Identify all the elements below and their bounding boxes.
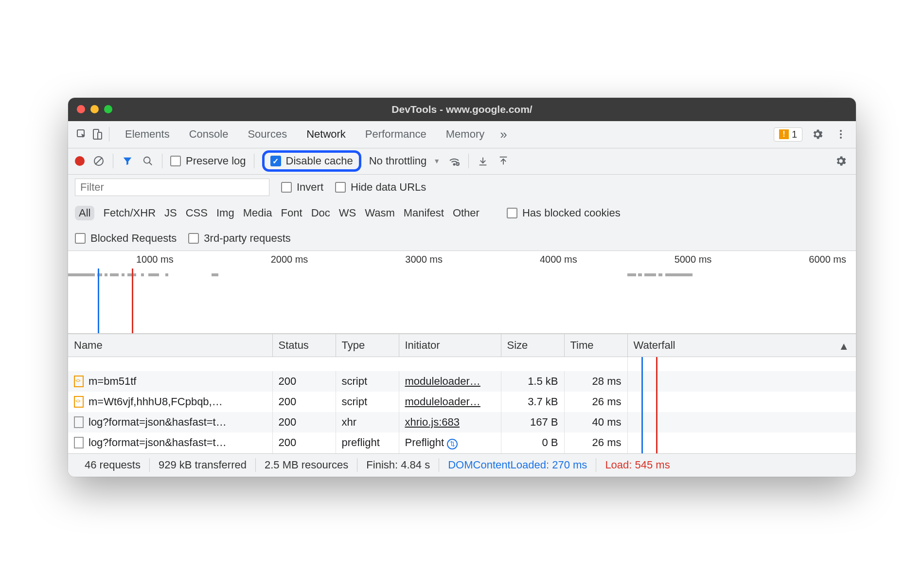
has-blocked-cookies-checkbox[interactable]: Has blocked cookies	[507, 207, 621, 219]
header-waterfall[interactable]: Waterfall▲	[627, 334, 856, 357]
dropdown-arrow-icon: ▼	[433, 157, 440, 165]
table-row[interactable]: log?format=json&hasfast=t…200preflightPr…	[68, 432, 856, 453]
file-icon	[74, 396, 84, 408]
status-finish: Finish: 4.84 s	[357, 459, 439, 471]
close-window-button[interactable]	[77, 105, 85, 113]
waterfall-cell	[627, 392, 856, 412]
header-time[interactable]: Time	[564, 334, 627, 357]
table-row[interactable]: m=bm51tf200scriptmoduleloader…1.5 kB28 m…	[68, 371, 856, 392]
table-row[interactable]: m=Wt6vjf,hhhU8,FCpbqb,…200scriptmodulelo…	[68, 392, 856, 412]
tab-network[interactable]: Network	[298, 121, 355, 148]
svg-point-10	[454, 164, 455, 165]
import-har-icon[interactable]	[477, 155, 489, 167]
disable-cache-label: Disable cache	[286, 155, 353, 167]
network-settings-icon[interactable]	[833, 153, 849, 169]
clear-icon[interactable]	[92, 155, 105, 167]
filter-type-doc[interactable]: Doc	[311, 207, 330, 219]
tab-sources[interactable]: Sources	[239, 121, 296, 148]
file-icon	[74, 416, 84, 428]
svg-rect-2	[98, 132, 102, 139]
disable-cache-highlight: ✓ Disable cache	[262, 150, 361, 172]
request-time: 26 ms	[564, 392, 627, 412]
header-name[interactable]: Name	[68, 334, 272, 357]
third-party-requests-checkbox[interactable]: 3rd-party requests	[188, 232, 291, 245]
header-size[interactable]: Size	[501, 334, 564, 357]
sort-arrow-icon: ▲	[838, 340, 849, 353]
export-har-icon[interactable]	[497, 155, 510, 167]
status-transferred: 929 kB transferred	[150, 459, 255, 471]
filter-type-media[interactable]: Media	[243, 207, 272, 219]
initiator-link[interactable]: moduleloader…	[405, 395, 480, 408]
request-initiator: Preflight⇅	[399, 432, 501, 453]
disable-cache-checkbox[interactable]: ✓ Disable cache	[270, 155, 353, 167]
invert-checkbox[interactable]: Invert	[281, 181, 323, 194]
minimize-window-button[interactable]	[90, 105, 99, 113]
device-toolbar-icon[interactable]	[90, 127, 104, 141]
request-type: preflight	[336, 432, 399, 453]
status-load: Load: 545 ms	[596, 459, 678, 471]
timeline-dcl-marker	[98, 269, 99, 333]
svg-point-5	[840, 137, 842, 139]
request-size: 0 B	[501, 432, 564, 453]
status-resources: 2.5 MB resources	[256, 459, 357, 471]
timeline-tick: 5000 ms	[675, 254, 712, 265]
request-size: 167 B	[501, 412, 564, 432]
svg-point-3	[840, 130, 842, 132]
warnings-badge[interactable]: ! 1	[774, 127, 802, 142]
timeline-load-marker	[132, 269, 133, 333]
hide-data-urls-checkbox[interactable]: Hide data URLs	[335, 181, 426, 194]
request-type: xhr	[336, 412, 399, 432]
filter-type-other[interactable]: Other	[453, 207, 480, 219]
request-type: script	[336, 392, 399, 412]
search-icon[interactable]	[142, 155, 154, 167]
devtools-window: DevTools - www.google.com/ Elements Cons…	[68, 98, 856, 477]
maximize-window-button[interactable]	[104, 105, 112, 113]
filter-type-manifest[interactable]: Manifest	[404, 207, 444, 219]
network-conditions-icon[interactable]	[448, 155, 461, 167]
throttling-select[interactable]: No throttling ▼	[369, 155, 440, 167]
request-name: log?format=json&hasfast=t…	[89, 416, 227, 429]
titlebar: DevTools - www.google.com/	[68, 98, 856, 121]
status-bar: 46 requests 929 kB transferred 2.5 MB re…	[68, 453, 856, 477]
window-controls	[77, 105, 112, 113]
timeline-overview[interactable]: 1000 ms 2000 ms 3000 ms 4000 ms 5000 ms …	[68, 251, 856, 334]
filter-type-css[interactable]: CSS	[186, 207, 208, 219]
header-type[interactable]: Type	[336, 334, 399, 357]
tab-memory[interactable]: Memory	[437, 121, 493, 148]
request-initiator: moduleloader…	[399, 392, 501, 412]
svg-point-8	[144, 157, 150, 163]
filter-type-img[interactable]: Img	[216, 207, 234, 219]
file-icon	[74, 437, 84, 448]
inspect-element-icon[interactable]	[75, 127, 89, 141]
filter-input[interactable]	[75, 179, 269, 196]
timeline-tick: 3000 ms	[405, 254, 443, 265]
timeline-tick: 1000 ms	[136, 254, 174, 265]
filter-type-all[interactable]: All	[75, 206, 94, 220]
filter-type-js[interactable]: JS	[164, 207, 177, 219]
tab-elements[interactable]: Elements	[116, 121, 178, 148]
table-row[interactable]: log?format=json&hasfast=t…200xhrxhrio.js…	[68, 412, 856, 432]
filter-type-ws[interactable]: WS	[339, 207, 356, 219]
tab-performance[interactable]: Performance	[356, 121, 435, 148]
filter-type-fetch-xhr[interactable]: Fetch/XHR	[103, 207, 156, 219]
filter-toggle-icon[interactable]	[121, 155, 134, 167]
svg-line-9	[149, 162, 152, 165]
request-name: log?format=json&hasfast=t…	[89, 436, 227, 449]
request-name: m=bm51tf	[89, 375, 136, 388]
request-status: 200	[272, 392, 336, 412]
header-initiator[interactable]: Initiator	[399, 334, 501, 357]
preserve-log-checkbox[interactable]: Preserve log	[170, 155, 246, 167]
initiator-link[interactable]: xhrio.js:683	[405, 416, 460, 428]
blocked-requests-checkbox[interactable]: Blocked Requests	[75, 232, 177, 245]
settings-icon[interactable]	[809, 126, 826, 143]
tabs-overflow-button[interactable]: »	[495, 121, 512, 148]
tab-console[interactable]: Console	[180, 121, 237, 148]
status-requests: 46 requests	[76, 459, 149, 471]
waterfall-cell	[627, 432, 856, 453]
filter-type-font[interactable]: Font	[281, 207, 302, 219]
initiator-link[interactable]: moduleloader…	[405, 375, 480, 387]
more-options-icon[interactable]	[833, 126, 849, 143]
record-button[interactable]	[75, 156, 85, 166]
filter-type-wasm[interactable]: Wasm	[365, 207, 395, 219]
header-status[interactable]: Status	[272, 334, 336, 357]
